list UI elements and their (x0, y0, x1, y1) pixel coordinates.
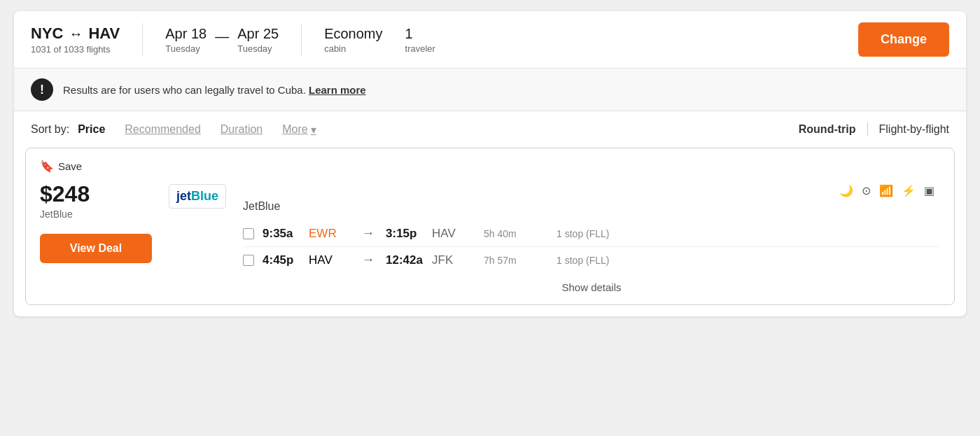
arrive-airport-return: JFK (432, 253, 467, 267)
arrive-date: Apr 25 Tuesday (237, 26, 279, 54)
clock-icon: ⊙ (862, 184, 871, 197)
sort-recommended-button[interactable]: Recommended (125, 123, 201, 136)
header-bar: NYC ↔ HAV 1031 of 1033 flights Apr 18 Tu… (14, 11, 966, 69)
screen-icon: ▣ (924, 184, 934, 197)
cabin-class: Economy (324, 26, 382, 42)
date-dash: — (215, 29, 229, 45)
price-column: $248 JetBlue View Deal (40, 181, 152, 263)
header-divider-2 (301, 23, 302, 57)
depart-airport-return: HAV (309, 253, 351, 267)
airline-logo-column: jetBlue (169, 181, 226, 209)
airline-logo: jetBlue (169, 184, 226, 209)
notice-text: Results are for users who can legally tr… (63, 84, 366, 96)
flight-arrow-outbound: → (362, 226, 374, 241)
cabin-sub: cabin (324, 43, 382, 54)
duration-return: 7h 57m (484, 255, 540, 266)
city-to: HAV (88, 24, 120, 43)
route-arrow-icon: ↔ (69, 26, 83, 42)
stops-outbound: 1 stop (FLL) (556, 228, 609, 239)
sort-duration-button[interactable]: Duration (220, 123, 262, 136)
learn-more-link[interactable]: Learn more (309, 84, 366, 96)
flight-row-outbound: 9:35a EWR → 3:15p HAV 5h 40m 1 stop (FLL… (243, 220, 940, 246)
moon-icon: 🌙 (839, 184, 853, 197)
checkbox-return (243, 255, 262, 266)
airline-name: JetBlue (243, 200, 940, 213)
depart-time-outbound: 9:35a (262, 227, 304, 241)
route-info: NYC ↔ HAV 1031 of 1033 flights (31, 24, 120, 55)
cabin-group: Economy cabin (324, 26, 382, 54)
sort-more-dropdown[interactable]: More ▾ (282, 123, 316, 136)
arrive-day-label: Tuesday (237, 43, 279, 54)
depart-date-label: Apr 18 (165, 26, 206, 42)
view-divider (867, 122, 868, 136)
stops-return: 1 stop (FLL) (556, 255, 609, 266)
depart-day-label: Tuesday (165, 43, 206, 54)
arrive-time-outbound: 3:15p (386, 227, 428, 241)
flights-column: 🌙 ⊙ 📶 ⚡ ▣ JetBlue 9:35a EWR → (243, 181, 940, 293)
flight-by-flight-view-button[interactable]: Flight-by-flight (879, 123, 949, 136)
change-button[interactable]: Change (858, 22, 949, 57)
sort-right: Round-trip Flight-by-flight (799, 122, 949, 136)
arrive-airport-outbound: HAV (432, 227, 467, 241)
city-from: NYC (31, 24, 63, 43)
save-button[interactable]: 🔖 Save (40, 160, 82, 173)
round-trip-view-button[interactable]: Round-trip (799, 123, 856, 136)
more-label: More (282, 123, 307, 136)
show-details-button[interactable]: Show details (243, 281, 940, 293)
exclamation-icon: ! (40, 83, 44, 96)
duration-outbound: 5h 40m (484, 228, 540, 239)
view-deal-button[interactable]: View Deal (40, 234, 152, 263)
save-label: Save (58, 160, 82, 172)
depart-airport-outbound: EWR (309, 227, 351, 241)
main-container: NYC ↔ HAV 1031 of 1033 flights Apr 18 Tu… (14, 11, 966, 316)
chevron-down-icon: ▾ (311, 123, 316, 136)
sort-price-button[interactable]: Price (78, 123, 105, 136)
traveler-sub: traveler (405, 43, 435, 54)
route-cities: NYC ↔ HAV (31, 24, 120, 43)
flight-row-return: 4:45p HAV → 12:42a JFK 7h 57m 1 stop (FL… (243, 246, 940, 273)
wifi-icon: 📶 (879, 184, 893, 197)
bookmark-icon: 🔖 (40, 160, 54, 173)
power-icon: ⚡ (902, 184, 916, 197)
price-amount: $248 (40, 181, 90, 207)
airline-logo-text-teal: Blue (191, 189, 218, 203)
flight-card: 🔖 Save $248 JetBlue View Deal jetBlue (25, 148, 955, 305)
airline-logo-text-blue: jet (176, 189, 191, 203)
notice-icon: ! (31, 78, 53, 101)
arrive-time-return: 12:42a (386, 253, 428, 267)
notice-bar: ! Results are for users who can legally … (14, 69, 966, 111)
card-body: $248 JetBlue View Deal jetBlue 🌙 ⊙ 📶 (40, 181, 940, 293)
header-divider-1 (142, 23, 143, 57)
flight-count: 1031 of 1033 flights (31, 44, 120, 55)
card-top: 🔖 Save (40, 160, 940, 173)
date-group: Apr 18 Tuesday — Apr 25 Tuesday (165, 26, 279, 54)
flight-amenity-icons: 🌙 ⊙ 📶 ⚡ ▣ (839, 181, 940, 197)
price-airline: JetBlue (40, 209, 73, 220)
flight-arrow-return: → (362, 253, 374, 267)
checkbox-outbound (243, 228, 262, 239)
depart-date: Apr 18 Tuesday (165, 26, 206, 54)
depart-time-return: 4:45p (262, 253, 304, 267)
sort-bar: Sort by: Price Recommended Duration More… (14, 111, 966, 148)
traveler-group: 1 traveler (405, 26, 435, 54)
sort-by-label: Sort by: (31, 123, 69, 136)
traveler-count: 1 (405, 26, 435, 42)
arrive-date-label: Apr 25 (237, 26, 279, 42)
